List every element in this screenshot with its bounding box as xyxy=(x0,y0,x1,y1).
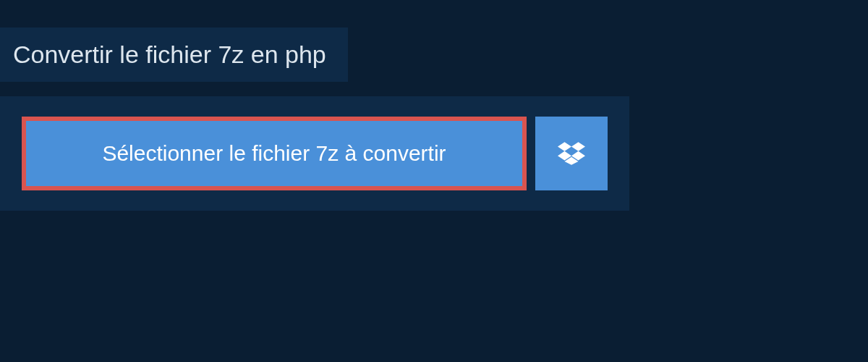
select-file-button[interactable]: Sélectionner le fichier 7z à convertir xyxy=(22,117,527,190)
page-title: Convertir le fichier 7z en php xyxy=(13,41,326,69)
select-file-label: Sélectionner le fichier 7z à convertir xyxy=(102,141,446,166)
header-bar: Convertir le fichier 7z en php xyxy=(0,28,348,82)
dropbox-icon xyxy=(558,140,585,167)
main-container: Convertir le fichier 7z en php Sélection… xyxy=(0,0,868,211)
upload-panel: Sélectionner le fichier 7z à convertir xyxy=(0,96,629,211)
dropbox-button[interactable] xyxy=(535,117,608,190)
